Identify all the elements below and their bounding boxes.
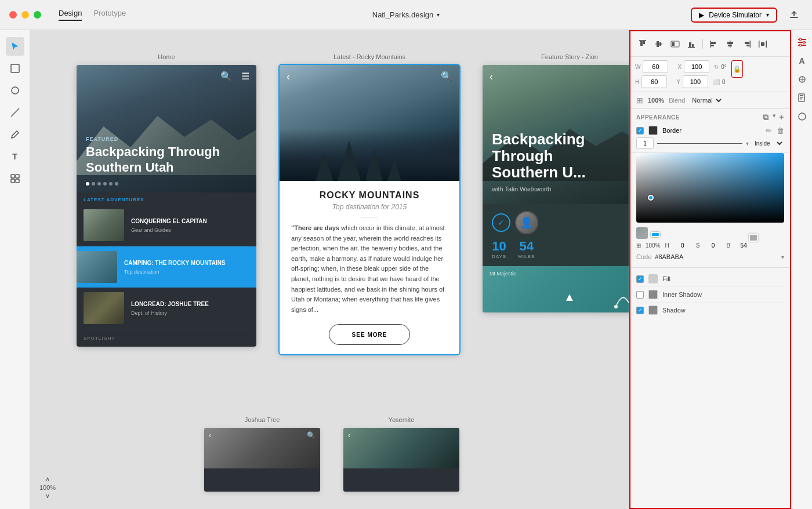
screen2[interactable]: ‹ 🔍 ROCKY MOUNTAINS Top destination for …: [280, 65, 459, 354]
mini-screen-2[interactable]: ‹: [343, 428, 459, 492]
color-preview-swatch[interactable]: [636, 227, 648, 239]
text-tool[interactable]: T: [6, 147, 24, 166]
stat-days-num: 10: [492, 239, 506, 254]
shadow-checkbox[interactable]: [636, 307, 644, 314]
minimize-button[interactable]: [21, 11, 29, 19]
component-tool[interactable]: [6, 169, 24, 188]
article-text-2: CAMPING: THE ROCKY MOUNTAINS Top destina…: [124, 259, 226, 275]
back-icon[interactable]: ‹: [490, 71, 493, 82]
align-bottom-button[interactable]: [684, 37, 699, 52]
properties-icon[interactable]: [795, 35, 810, 50]
maximize-button[interactable]: [34, 11, 41, 19]
device-simulator-button[interactable]: ▶ Device Simulator ▾: [691, 8, 777, 23]
opacity-value: 100%: [648, 97, 664, 104]
rectangle-tool[interactable]: [6, 59, 24, 78]
fill-color-swatch[interactable]: [648, 274, 658, 283]
search-icon[interactable]: 🔍: [441, 71, 452, 83]
shadow-color-swatch[interactable]: [648, 306, 658, 315]
search-icon[interactable]: 🔍: [220, 71, 232, 82]
tab-prototype[interactable]: Prototype: [93, 9, 126, 21]
see-more-button[interactable]: SEE MORE: [329, 324, 410, 345]
border-color-swatch[interactable]: [648, 126, 658, 135]
article-item-2[interactable]: CAMPING: THE ROCKY MOUNTAINS Top destina…: [77, 246, 256, 288]
export-button[interactable]: [785, 6, 803, 24]
zoom-value: 100%: [39, 484, 56, 491]
svg-rect-2: [11, 64, 19, 72]
pen-tool[interactable]: [6, 125, 24, 144]
border-checkbox[interactable]: [636, 127, 644, 134]
thumb-bg: [84, 292, 124, 324]
blend-select[interactable]: Normal Multiply Screen Overlay: [690, 96, 723, 104]
canvas[interactable]: Home 🔍 ☰ FEATURED Backpacking Through So…: [30, 30, 629, 509]
history-icon[interactable]: [795, 109, 810, 124]
h-label: H: [635, 79, 639, 85]
fill-checkbox[interactable]: [636, 275, 644, 283]
file-name: Natl_Parks.design: [372, 10, 434, 19]
svg-rect-33: [746, 45, 749, 46]
align-center-h-button[interactable]: [723, 37, 738, 52]
bright-value-input[interactable]: [735, 242, 752, 249]
height-input[interactable]: [641, 75, 667, 88]
tab-design[interactable]: Design: [59, 9, 82, 21]
map-area: Mt Majestic ▲: [483, 266, 629, 312]
close-button[interactable]: [9, 11, 17, 19]
pages-icon[interactable]: [795, 90, 810, 106]
inner-shadow-checkbox[interactable]: [636, 291, 644, 299]
align-left-button[interactable]: [706, 37, 722, 52]
chevron-down-icon[interactable]: ▾: [766, 12, 769, 18]
edit-icon[interactable]: ✏: [766, 126, 772, 135]
opacity-blend-row: ⊞ 100% Blend Normal Multiply Screen Over…: [630, 92, 790, 109]
article-title-1: CONQUERING EL CAPITAN: [131, 217, 207, 225]
color-code-row: Code #8ABABA ▾: [636, 251, 784, 263]
distribute-button[interactable]: [755, 37, 770, 52]
gradient-brightness: [636, 153, 784, 223]
color-gradient[interactable]: [636, 153, 784, 223]
border-position-select[interactable]: Inside Outside Center: [752, 140, 784, 147]
align-right-button[interactable]: [739, 37, 754, 52]
menu-icon[interactable]: ☰: [241, 71, 249, 82]
width-input[interactable]: [643, 60, 668, 73]
chevron-down-icon[interactable]: ▾: [773, 112, 776, 122]
circle-tool[interactable]: [6, 81, 24, 100]
article-item-3[interactable]: LONGREAD: JOSHUE TREE Dept. of History: [84, 288, 249, 329]
y-input[interactable]: [683, 75, 708, 88]
add-effect-button[interactable]: +: [779, 112, 784, 122]
zoom-down-icon[interactable]: ∨: [45, 492, 50, 500]
corners-icon: ⬜: [713, 79, 720, 85]
components-icon[interactable]: [795, 72, 810, 87]
align-center-v-button[interactable]: [651, 37, 666, 52]
hero-title: Backpacking Through Southern Utah: [86, 144, 256, 175]
mountain-icon: ▲: [564, 290, 575, 304]
chevron-down-icon[interactable]: ▾: [781, 254, 784, 260]
lock-proportions-button[interactable]: 🔒: [731, 60, 743, 78]
typography-icon[interactable]: A: [795, 53, 810, 68]
chevron-down-icon[interactable]: ▾: [437, 12, 440, 18]
delete-icon[interactable]: 🗑: [777, 126, 784, 135]
line-tool[interactable]: [6, 103, 24, 122]
dimensions-section: W X ↻ 0° H Y ⬜ 0: [630, 57, 790, 92]
border-width-input[interactable]: [636, 137, 654, 149]
article-item-1[interactable]: CONQUERING EL CAPITAN Gear and Guides: [84, 205, 249, 246]
copy-style-button[interactable]: ⧉: [763, 112, 769, 122]
svg-rect-30: [728, 45, 732, 46]
svg-rect-0: [790, 17, 798, 18]
align-top-button[interactable]: [635, 37, 650, 52]
mini-hero-1: ‹ 🔍: [204, 428, 320, 468]
pointer-tool[interactable]: [6, 37, 24, 56]
inner-shadow-swatch[interactable]: [648, 290, 658, 299]
screen2-title: ROCKY MOUNTAINS: [289, 190, 450, 201]
color-cursor[interactable]: [648, 195, 654, 201]
color-sliders: [636, 227, 784, 239]
screen1[interactable]: 🔍 ☰ FEATURED Backpacking Through Souther…: [77, 65, 256, 347]
screen3[interactable]: ‹ BackpackingThroughSouthern U... with T…: [483, 65, 629, 312]
featured-label: FEATURED: [86, 136, 256, 142]
mini-screen-1[interactable]: ‹ 🔍: [204, 428, 320, 492]
w-label: W: [635, 64, 640, 70]
zoom-up-icon[interactable]: ∧: [45, 475, 50, 483]
sat-value-input[interactable]: [704, 242, 722, 249]
hue-value-input[interactable]: [674, 242, 691, 249]
back-icon[interactable]: ‹: [287, 71, 290, 83]
x-input[interactable]: [684, 60, 709, 73]
svg-rect-19: [659, 42, 661, 46]
align-middle-button[interactable]: [668, 37, 683, 52]
